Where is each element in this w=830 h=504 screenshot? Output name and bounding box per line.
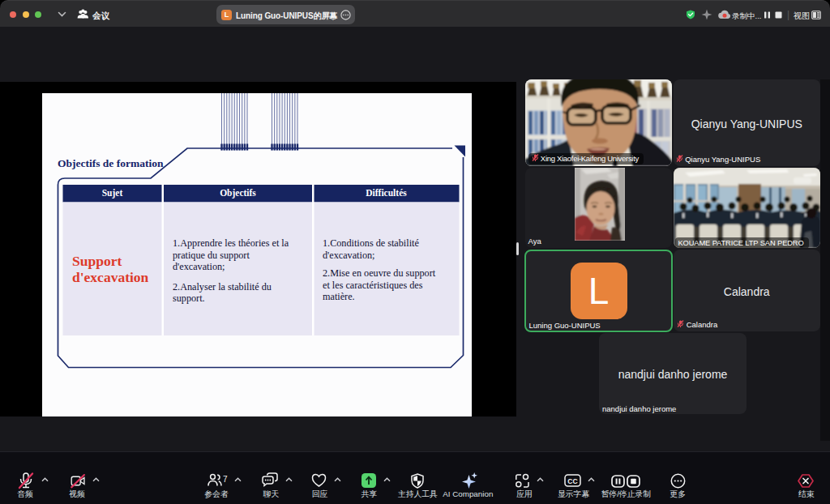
svg-text:CC: CC — [567, 477, 577, 485]
